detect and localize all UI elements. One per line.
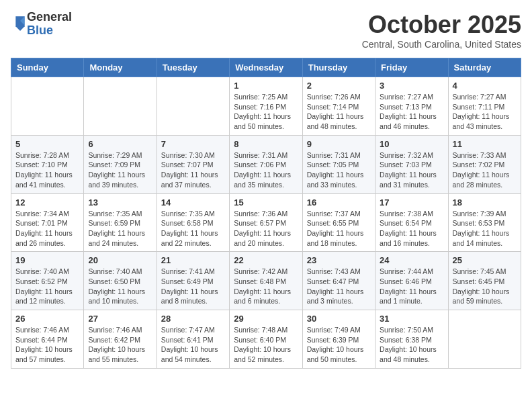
day-number: 31 <box>380 314 443 324</box>
calendar-cell: 13Sunrise: 7:35 AM Sunset: 6:59 PM Dayli… <box>84 193 157 252</box>
calendar-cell: 21Sunrise: 7:41 AM Sunset: 6:49 PM Dayli… <box>157 252 229 310</box>
day-number: 16 <box>307 197 371 208</box>
weekday-header-tuesday: Tuesday <box>157 58 229 77</box>
logo-general: General <box>27 11 72 24</box>
calendar-cell: 31Sunrise: 7:50 AM Sunset: 6:38 PM Dayli… <box>375 310 448 369</box>
day-number: 1 <box>234 81 298 91</box>
day-number: 2 <box>307 81 371 91</box>
weekday-header-friday: Friday <box>375 58 448 77</box>
calendar-cell: 2Sunrise: 7:26 AM Sunset: 7:14 PM Daylig… <box>302 77 375 136</box>
day-number: 27 <box>88 314 152 324</box>
day-info: Sunrise: 7:36 AM Sunset: 6:57 PM Dayligh… <box>234 209 298 248</box>
calendar-cell: 12Sunrise: 7:34 AM Sunset: 7:01 PM Dayli… <box>11 193 84 252</box>
day-info: Sunrise: 7:31 AM Sunset: 7:06 PM Dayligh… <box>234 150 298 190</box>
day-info: Sunrise: 7:34 AM Sunset: 7:01 PM Dayligh… <box>15 209 79 248</box>
day-info: Sunrise: 7:48 AM Sunset: 6:40 PM Dayligh… <box>234 325 298 365</box>
day-number: 14 <box>161 197 225 208</box>
calendar-cell: 17Sunrise: 7:38 AM Sunset: 6:54 PM Dayli… <box>375 193 448 252</box>
day-number: 22 <box>234 255 298 265</box>
calendar-cell: 26Sunrise: 7:46 AM Sunset: 6:44 PM Dayli… <box>11 310 84 369</box>
day-info: Sunrise: 7:42 AM Sunset: 6:48 PM Dayligh… <box>234 267 298 306</box>
day-number: 5 <box>15 139 79 149</box>
day-number: 30 <box>307 314 371 324</box>
page-header: General Blue October 2025 Central, South… <box>11 11 521 50</box>
calendar-cell: 25Sunrise: 7:45 AM Sunset: 6:45 PM Dayli… <box>448 252 521 310</box>
day-number: 26 <box>15 314 79 324</box>
calendar-cell <box>157 77 229 136</box>
calendar-week-3: 12Sunrise: 7:34 AM Sunset: 7:01 PM Dayli… <box>11 193 521 252</box>
day-info: Sunrise: 7:35 AM Sunset: 6:58 PM Dayligh… <box>161 209 225 248</box>
day-info: Sunrise: 7:27 AM Sunset: 7:13 PM Dayligh… <box>380 92 443 132</box>
calendar-cell: 15Sunrise: 7:36 AM Sunset: 6:57 PM Dayli… <box>230 193 302 252</box>
day-number: 7 <box>161 139 225 149</box>
calendar-cell <box>11 77 84 136</box>
day-number: 23 <box>307 255 371 265</box>
day-info: Sunrise: 7:41 AM Sunset: 6:49 PM Dayligh… <box>161 267 225 306</box>
day-number: 11 <box>453 139 517 149</box>
day-number: 18 <box>453 197 517 208</box>
calendar-cell: 27Sunrise: 7:46 AM Sunset: 6:42 PM Dayli… <box>84 310 157 369</box>
day-number: 8 <box>234 139 298 149</box>
calendar-cell: 30Sunrise: 7:49 AM Sunset: 6:39 PM Dayli… <box>302 310 375 369</box>
day-info: Sunrise: 7:43 AM Sunset: 6:47 PM Dayligh… <box>307 267 371 306</box>
calendar-cell: 4Sunrise: 7:27 AM Sunset: 7:11 PM Daylig… <box>448 77 521 136</box>
day-number: 6 <box>88 139 152 149</box>
day-info: Sunrise: 7:28 AM Sunset: 7:10 PM Dayligh… <box>15 150 79 190</box>
day-info: Sunrise: 7:33 AM Sunset: 7:02 PM Dayligh… <box>453 150 517 190</box>
month-title: October 2025 <box>362 11 521 39</box>
day-number: 19 <box>15 255 79 265</box>
calendar-cell: 19Sunrise: 7:40 AM Sunset: 6:52 PM Dayli… <box>11 252 84 310</box>
day-number: 3 <box>380 81 443 91</box>
day-number: 28 <box>161 314 225 324</box>
calendar-cell: 29Sunrise: 7:48 AM Sunset: 6:40 PM Dayli… <box>230 310 302 369</box>
calendar-week-2: 5Sunrise: 7:28 AM Sunset: 7:10 PM Daylig… <box>11 135 521 193</box>
day-info: Sunrise: 7:40 AM Sunset: 6:52 PM Dayligh… <box>15 267 79 306</box>
calendar-week-4: 19Sunrise: 7:40 AM Sunset: 6:52 PM Dayli… <box>11 252 521 310</box>
calendar-cell: 3Sunrise: 7:27 AM Sunset: 7:13 PM Daylig… <box>375 77 448 136</box>
day-info: Sunrise: 7:29 AM Sunset: 7:09 PM Dayligh… <box>88 150 152 190</box>
day-info: Sunrise: 7:49 AM Sunset: 6:39 PM Dayligh… <box>307 325 371 365</box>
logo-text: General Blue <box>27 11 72 38</box>
weekday-header-monday: Monday <box>84 58 157 77</box>
day-info: Sunrise: 7:47 AM Sunset: 6:41 PM Dayligh… <box>161 325 225 365</box>
day-info: Sunrise: 7:30 AM Sunset: 7:07 PM Dayligh… <box>161 150 225 190</box>
day-info: Sunrise: 7:31 AM Sunset: 7:05 PM Dayligh… <box>307 150 371 190</box>
day-info: Sunrise: 7:38 AM Sunset: 6:54 PM Dayligh… <box>380 209 443 248</box>
calendar-table: SundayMondayTuesdayWednesdayThursdayFrid… <box>11 58 521 369</box>
day-number: 20 <box>88 255 152 265</box>
day-number: 9 <box>307 139 371 149</box>
day-number: 24 <box>380 255 443 265</box>
calendar-cell: 5Sunrise: 7:28 AM Sunset: 7:10 PM Daylig… <box>11 135 84 193</box>
calendar-cell: 23Sunrise: 7:43 AM Sunset: 6:47 PM Dayli… <box>302 252 375 310</box>
day-info: Sunrise: 7:27 AM Sunset: 7:11 PM Dayligh… <box>453 92 517 132</box>
logo-icon <box>13 15 27 34</box>
weekday-header-sunday: Sunday <box>11 58 84 77</box>
logo-blue: Blue <box>27 24 72 38</box>
calendar-cell: 10Sunrise: 7:32 AM Sunset: 7:03 PM Dayli… <box>375 135 448 193</box>
logo: General Blue <box>11 11 72 38</box>
calendar-cell: 28Sunrise: 7:47 AM Sunset: 6:41 PM Dayli… <box>157 310 229 369</box>
weekday-header-thursday: Thursday <box>302 58 375 77</box>
calendar-cell: 16Sunrise: 7:37 AM Sunset: 6:55 PM Dayli… <box>302 193 375 252</box>
day-number: 25 <box>453 255 517 265</box>
day-number: 12 <box>15 197 79 208</box>
calendar-cell: 22Sunrise: 7:42 AM Sunset: 6:48 PM Dayli… <box>230 252 302 310</box>
calendar-cell <box>448 310 521 369</box>
day-number: 4 <box>453 81 517 91</box>
day-info: Sunrise: 7:46 AM Sunset: 6:42 PM Dayligh… <box>88 325 152 365</box>
day-number: 17 <box>380 197 443 208</box>
day-number: 10 <box>380 139 443 149</box>
day-info: Sunrise: 7:32 AM Sunset: 7:03 PM Dayligh… <box>380 150 443 190</box>
calendar-cell: 20Sunrise: 7:40 AM Sunset: 6:50 PM Dayli… <box>84 252 157 310</box>
day-number: 21 <box>161 255 225 265</box>
day-number: 29 <box>234 314 298 324</box>
day-info: Sunrise: 7:40 AM Sunset: 6:50 PM Dayligh… <box>88 267 152 306</box>
weekday-header-saturday: Saturday <box>448 58 521 77</box>
calendar-cell: 7Sunrise: 7:30 AM Sunset: 7:07 PM Daylig… <box>157 135 229 193</box>
calendar-cell <box>84 77 157 136</box>
location: Central, South Carolina, United States <box>362 39 521 50</box>
title-block: October 2025 Central, South Carolina, Un… <box>362 11 521 50</box>
day-info: Sunrise: 7:44 AM Sunset: 6:46 PM Dayligh… <box>380 267 443 306</box>
calendar-cell: 18Sunrise: 7:39 AM Sunset: 6:53 PM Dayli… <box>448 193 521 252</box>
calendar-cell: 9Sunrise: 7:31 AM Sunset: 7:05 PM Daylig… <box>302 135 375 193</box>
